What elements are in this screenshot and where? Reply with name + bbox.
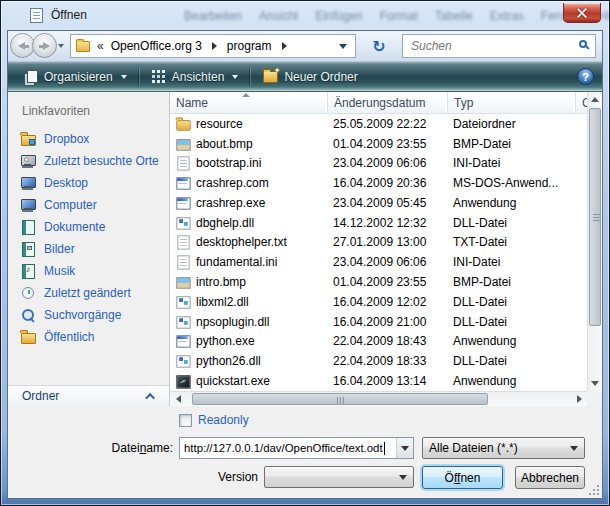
scroll-right-button[interactable]: [571, 392, 587, 406]
cancel-button[interactable]: Abbrechen: [515, 466, 585, 489]
views-button[interactable]: Ansichten: [144, 66, 247, 88]
app-file-icon: [175, 195, 190, 210]
window-document-icon: [30, 8, 43, 23]
dll-file-icon: [175, 294, 190, 309]
filename-combobox[interactable]: http://127.0.0.1/dav/OpenOffice/text.odt: [179, 437, 414, 459]
titlebar[interactable]: Öffnen BearbeitenAnsichtEinfügenFormatTa…: [1, 1, 609, 30]
file-row-npsoplugin-dll[interactable]: npsoplugin.dll 16.04.2009 21:00 DLL-Date…: [170, 312, 587, 332]
folders-expander[interactable]: Ordner: [8, 385, 169, 406]
version-select[interactable]: [264, 466, 414, 488]
searches-icon: [20, 307, 36, 323]
filename-dropdown-button[interactable]: [396, 438, 413, 458]
file-row-desktophelper-txt[interactable]: desktophelper.txt 27.01.2009 13:00 TXT-D…: [170, 233, 587, 253]
breadcrumb-separator-icon[interactable]: [212, 42, 217, 50]
close-button[interactable]: [563, 3, 601, 23]
organize-icon: [24, 70, 38, 84]
sidebar-item-documents[interactable]: Dokumente: [18, 216, 167, 238]
main-area: Linkfavoriten Dropbox Zuletzt besuchte O…: [8, 92, 602, 406]
horizontal-scrollbar[interactable]: [170, 391, 587, 406]
page-file-icon: [175, 255, 190, 270]
help-button[interactable]: ?: [577, 68, 594, 85]
command-toolbar: Organisieren Ansichten Neuer Ordner ?: [8, 62, 602, 92]
background-menu-item: Ansicht: [259, 9, 298, 23]
sidebar-item-computer[interactable]: Computer: [18, 194, 167, 216]
sidebar-item-desktop[interactable]: Desktop: [18, 172, 167, 194]
file-row-fundamental-ini[interactable]: fundamental.ini 23.04.2009 06:06 INI-Dat…: [170, 252, 587, 272]
open-dialog-window: Öffnen BearbeitenAnsichtEinfügenFormatTa…: [0, 0, 610, 506]
background-menu-item: Extras: [490, 9, 524, 23]
dialog-content: « OpenOffice.org 3 program ↻ Organisiere…: [7, 30, 603, 499]
sidebar-item-public[interactable]: Öffentlich: [18, 326, 167, 348]
vertical-scroll-thumb[interactable]: [589, 108, 601, 326]
sidebar-item-searches[interactable]: Suchvorgänge: [18, 304, 167, 326]
file-row-python26-dll[interactable]: python26.dll 22.04.2009 18:33 DLL-Datei: [170, 351, 587, 371]
new-folder-button[interactable]: Neuer Ordner: [255, 66, 365, 88]
background-menu-item: Bearbeiten: [184, 9, 242, 23]
triangle-down-icon: [591, 381, 599, 386]
help-icon: ?: [582, 71, 589, 83]
breadcrumb-item-program[interactable]: program: [223, 37, 276, 55]
file-row-libxml2-dll[interactable]: libxml2.dll 16.04.2009 12:02 DLL-Datei: [170, 292, 587, 312]
sidebar-item-recently-changed[interactable]: Zuletzt geändert: [18, 282, 167, 304]
readonly-checkbox[interactable]: [179, 414, 192, 427]
column-header-date[interactable]: Änderungsdatum: [327, 92, 447, 113]
bottom-panel: Readonly Dateiname: http://127.0.0.1/dav…: [8, 406, 602, 498]
folder-file-icon: [175, 116, 190, 131]
open-button[interactable]: Öffnen: [422, 466, 503, 489]
scroll-left-button[interactable]: [170, 392, 186, 406]
scroll-down-button[interactable]: [588, 376, 602, 391]
chevron-down-icon: [401, 446, 409, 451]
triangle-up-icon: [591, 97, 599, 102]
file-row-resource[interactable]: resource 25.05.2009 22:22 Dateiordner: [170, 114, 587, 134]
new-folder-icon: [263, 71, 278, 83]
file-rows: resource 25.05.2009 22:22 Dateiordner ab…: [170, 114, 587, 391]
address-dropdown-icon[interactable]: [339, 44, 347, 49]
filename-value[interactable]: http://127.0.0.1/dav/OpenOffice/text.odt: [180, 442, 383, 454]
search-input[interactable]: [409, 37, 569, 55]
file-row-about-bmp[interactable]: about.bmp 01.04.2009 23:55 BMP-Datei: [170, 134, 587, 154]
app-file-icon: [175, 176, 190, 191]
chevron-down-icon: [121, 75, 127, 79]
scroll-up-button[interactable]: [588, 92, 602, 107]
readonly-option[interactable]: Readonly: [179, 413, 249, 427]
vertical-scrollbar[interactable]: [587, 92, 602, 391]
toolbar-separator: [139, 68, 140, 86]
search-box: [402, 34, 596, 58]
file-row-dbghelp-dll[interactable]: dbghelp.dll 14.12.2002 12:32 DLL-Datei: [170, 213, 587, 233]
file-row-quickstart-exe[interactable]: quickstart.exe 16.04.2009 13:14 Anwendun…: [170, 371, 587, 391]
breadcrumb-item-openoffice[interactable]: OpenOffice.org 3: [107, 37, 206, 55]
forward-button[interactable]: [32, 33, 57, 58]
chevron-down-icon: [399, 475, 407, 480]
file-row-crashrep-exe[interactable]: crashrep.exe 23.04.2009 05:45 Anwendung: [170, 193, 587, 213]
background-menu-blur: BearbeitenAnsichtEinfügenFormatTabelleEx…: [184, 9, 610, 23]
search-icon[interactable]: [579, 40, 587, 48]
sort-ascending-icon: [242, 93, 250, 97]
chevron-up-icon: [145, 392, 155, 402]
file-row-intro-bmp[interactable]: intro.bmp 01.04.2009 23:55 BMP-Datei: [170, 272, 587, 292]
sidebar-item-recent-places[interactable]: Zuletzt besuchte Orte: [18, 150, 167, 172]
file-list: Name Änderungsdatum Typ G resource 25.05…: [169, 92, 602, 406]
column-header-size[interactable]: G: [575, 92, 587, 113]
forward-arrow-icon: [43, 42, 50, 50]
sidebar-item-pictures[interactable]: Bilder: [18, 238, 167, 260]
readonly-label: Readonly: [198, 413, 249, 427]
horizontal-scroll-thumb[interactable]: [192, 393, 488, 405]
sidebar-item-folder-dropbox[interactable]: Dropbox: [18, 128, 167, 150]
background-menu-item: Tabelle: [435, 9, 473, 23]
sidebar-header: Linkfavoriten: [22, 104, 90, 118]
column-header-type[interactable]: Typ: [447, 92, 575, 113]
file-row-crashrep-com[interactable]: crashrep.com 16.04.2009 20:36 MS-DOS-Anw…: [170, 173, 587, 193]
refresh-button[interactable]: ↻: [362, 34, 396, 58]
resize-grip[interactable]: [588, 484, 599, 495]
sidebar-item-music[interactable]: ♪ Musik: [18, 260, 167, 282]
filetype-select[interactable]: Alle Dateien (*.*): [422, 437, 585, 459]
column-header-name[interactable]: Name: [170, 92, 327, 113]
address-breadcrumb[interactable]: « OpenOffice.org 3 program: [70, 34, 356, 58]
history-dropdown-icon[interactable]: [58, 44, 64, 48]
refresh-icon: ↻: [372, 37, 385, 56]
file-row-bootstrap-ini[interactable]: bootstrap.ini 23.04.2009 06:06 INI-Datei: [170, 154, 587, 174]
breadcrumb-separator-icon[interactable]: [282, 42, 287, 50]
breadcrumb-collapse[interactable]: «: [97, 39, 104, 53]
organize-button[interactable]: Organisieren: [16, 66, 135, 88]
file-row-python-exe[interactable]: python.exe 22.04.2009 18:43 Anwendung: [170, 331, 587, 351]
